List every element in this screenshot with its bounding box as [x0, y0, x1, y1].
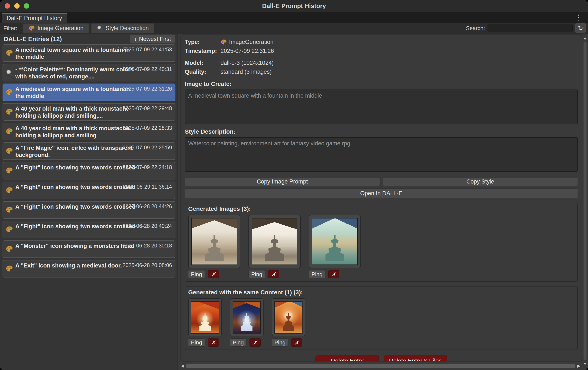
titlebar: Dall-E Prompt History	[0, 0, 588, 12]
tab-dalle-prompt-history[interactable]: Dall-E Prompt History	[2, 13, 67, 22]
magnifier-icon	[6, 69, 13, 76]
type-value-text: ImageGeneration	[229, 39, 273, 45]
remove-image-button[interactable]: ✗	[328, 270, 339, 278]
ping-button[interactable]: Ping	[188, 270, 205, 278]
thumbnail-fountain-tiered-warm-3[interactable]	[272, 298, 305, 336]
entries-list: A medieval town square with a fountain i…	[1, 44, 178, 278]
thumbnail-fountain-fiery-square-1[interactable]	[188, 298, 222, 336]
timestamp-value: 2025-07-09 22:31:26	[220, 48, 274, 54]
remove-image-button[interactable]: ✗	[250, 338, 261, 347]
delete-entry-files-button[interactable]: Delete Entry & Files	[384, 356, 447, 361]
remove-image-button[interactable]: ✗	[291, 338, 302, 347]
entry-timestamp: 2025-07-09 22:28:33	[123, 125, 172, 131]
copy-image-prompt-button[interactable]: Copy Image Prompt	[185, 177, 380, 186]
list-item[interactable]: A "Fight" icon showing two swords crosse…	[2, 221, 175, 238]
delete-entry-button[interactable]: Delete Entry	[315, 356, 379, 361]
list-item[interactable]: A medieval town square with a fountain i…	[2, 84, 175, 101]
thumbnail-cell: Ping✗	[230, 298, 263, 347]
thumbnail-actions: Ping✗	[230, 338, 263, 347]
remove-image-button[interactable]: ✗	[208, 338, 219, 347]
thumbnail-fountain-night-glow-2[interactable]	[230, 298, 263, 336]
palette-icon	[29, 25, 35, 32]
entry-title: A "Fight" icon showing two swords crosse…	[15, 223, 136, 230]
horizontal-scrollbar-thumb[interactable]	[186, 364, 576, 368]
copy-style-button[interactable]: Copy Style	[383, 177, 578, 186]
remove-image-button[interactable]: ✗	[208, 270, 219, 278]
list-item[interactable]: - **Color Palette**: Dominantly warm col…	[2, 64, 175, 81]
list-item[interactable]: A "Fight" icon showing two swords crosse…	[2, 201, 175, 219]
ping-button[interactable]: Ping	[188, 338, 205, 347]
palette-icon	[6, 88, 13, 96]
scroll-up-icon[interactable]: ▲	[583, 35, 587, 41]
ping-button[interactable]: Ping	[248, 270, 265, 278]
thumbnail-medieval-town-watercolor-1[interactable]	[188, 215, 240, 268]
filter-image-generation-label: Image Generation	[37, 25, 84, 32]
thumbnail-medieval-town-watercolor-3[interactable]	[309, 215, 361, 268]
style-prompt-textarea[interactable]: Watercolor painting, environment art for…	[185, 137, 578, 172]
thumbnail-cell: Ping✗	[248, 215, 301, 278]
entry-timestamp: 2025-06-28 20:44:26	[123, 203, 172, 209]
thumbnail-actions: Ping✗	[309, 270, 361, 278]
sort-newest-first-button[interactable]: ↓ Newest First	[130, 34, 175, 44]
scroll-down-icon[interactable]: ▼	[583, 361, 587, 367]
entry-timestamp: 2025-07-09 22:24:18	[123, 164, 172, 170]
maximize-window-button[interactable]	[24, 3, 29, 9]
refresh-button[interactable]: ↻	[575, 23, 586, 33]
entries-header: DALL-E Entries (12)	[4, 36, 62, 43]
search-input[interactable]	[487, 24, 573, 33]
palette-icon	[6, 147, 13, 155]
same-content-row: Ping✗Ping✗Ping✗	[188, 298, 574, 347]
thumbnail-cell: Ping✗	[188, 298, 222, 347]
search-label: Search:	[466, 25, 485, 32]
palette-icon	[6, 226, 13, 233]
entry-timestamp: 2025-06-28 20:08:06	[123, 262, 172, 268]
vertical-scrollbar-thumb[interactable]	[584, 42, 587, 360]
entry-title: A 40 year old man with a thick moustache…	[15, 125, 136, 139]
same-content-section: Generated with the same Content (1) (3):…	[185, 286, 578, 350]
thumbnail-cell: Ping✗	[272, 298, 305, 347]
medieval-town-watercolor-1	[191, 218, 237, 265]
image-prompt-textarea[interactable]: A medieval town square with a fountain i…	[185, 89, 578, 124]
entry-timestamp: 2025-07-09 22:29:48	[123, 105, 172, 111]
entry-title: A "Fight" icon showing two swords crosse…	[15, 184, 136, 191]
kebab-menu-icon[interactable]: ⋮	[575, 13, 582, 22]
list-item[interactable]: A "Fight" icon showing two swords crosse…	[2, 162, 175, 179]
list-item[interactable]: A medieval town square with a fountain i…	[2, 44, 175, 62]
filter-style-description-button[interactable]: Style Description	[91, 23, 154, 33]
magnifier-icon	[97, 25, 103, 32]
open-in-dalle-button[interactable]: Open In DALL-E	[185, 188, 578, 198]
list-item[interactable]: A "Fight" icon showing two swords crosse…	[2, 182, 175, 199]
list-item[interactable]: A "Fire Magic" icon, cirlce with transpa…	[2, 142, 175, 160]
filter-image-generation-button[interactable]: Image Generation	[23, 23, 89, 33]
list-item[interactable]: A "Monster" icon showing a monsters head…	[2, 240, 175, 258]
scroll-left-icon[interactable]: ◀	[181, 363, 184, 369]
window-title: Dall-E Prompt History	[0, 0, 588, 12]
entry-title: A "Exit" icon showing a medieval door.	[15, 262, 136, 269]
palette-icon	[6, 128, 13, 135]
close-window-button[interactable]	[5, 3, 10, 9]
ping-button[interactable]: Ping	[272, 338, 288, 347]
list-item[interactable]: A 40 year old man with a thick moustache…	[2, 103, 175, 121]
thumbnail-cell: Ping✗	[309, 215, 361, 278]
tab-label: Dall-E Prompt History	[7, 15, 62, 22]
thumbnail-medieval-town-watercolor-2[interactable]	[248, 215, 301, 268]
filter-style-description-label: Style Description	[105, 25, 149, 32]
entry-title: A "Fire Magic" icon, cirlce with transpa…	[15, 144, 136, 159]
entry-timestamp: 2025-06-28 20:30:18	[123, 242, 172, 249]
minimize-window-button[interactable]	[14, 3, 20, 9]
entry-title: A 40 year old man with a thick moustache…	[15, 105, 136, 119]
ping-button[interactable]: Ping	[230, 338, 247, 347]
fountain-night-glow-2	[233, 301, 261, 334]
scroll-right-icon[interactable]: ▶	[577, 363, 580, 369]
horizontal-scrollbar[interactable]: ◀ ▶	[180, 363, 581, 369]
remove-image-button[interactable]: ✗	[268, 270, 279, 278]
vertical-scrollbar[interactable]: ▲ ▼	[582, 34, 588, 370]
palette-icon	[220, 39, 227, 45]
entry-timestamp: 2025-06-29 11:36:14	[123, 184, 172, 190]
list-item[interactable]: A 40 year old man with a thick moustache…	[2, 123, 175, 140]
thumbnail-cell: Ping✗	[188, 215, 240, 278]
ping-button[interactable]: Ping	[309, 270, 325, 278]
entry-timestamp: 2025-07-09 22:41:53	[123, 46, 172, 53]
list-item[interactable]: A "Exit" icon showing a medieval door.20…	[2, 260, 175, 278]
palette-icon	[6, 167, 13, 174]
